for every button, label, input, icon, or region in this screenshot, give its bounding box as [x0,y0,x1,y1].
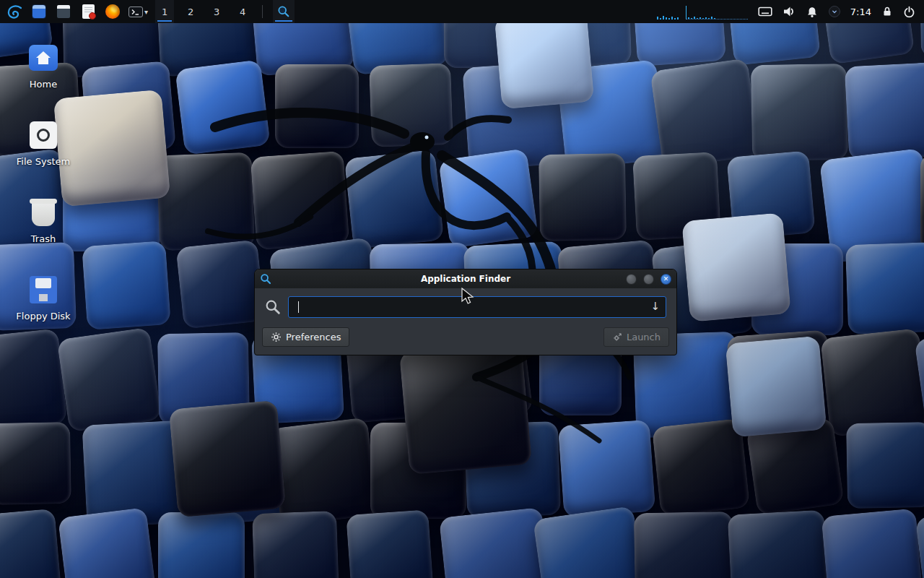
desktop-icon-home[interactable]: Home [12,42,75,90]
house-icon [35,50,52,66]
titlebar[interactable]: Application Finder ✕ [255,269,676,288]
firefox-launcher[interactable] [104,3,121,20]
wallpaper-cube [751,64,848,161]
wallpaper-cube [250,151,350,251]
wallpaper-cube [846,422,924,509]
maximize-button[interactable] [643,274,654,285]
cpu-graph-icon[interactable] [657,4,679,20]
launch-button[interactable]: Launch [603,327,669,347]
close-button[interactable]: ✕ [661,274,671,285]
wallpaper-cube [681,212,791,322]
wallpaper-cube [252,511,339,578]
wallpaper-cube [169,400,287,518]
desktop-icon-label: File System [12,156,75,167]
logout-power-icon[interactable] [903,6,915,18]
wallpaper-cube [346,509,434,578]
text-caret [298,301,299,313]
application-finder-task-icon [277,5,290,18]
wallpaper-cube [158,512,245,578]
chevron-down-icon: ▾ [144,8,148,16]
kali-menu-button[interactable] [6,3,23,20]
search-icon [265,299,281,315]
desktop-icon-label: Floppy Disk [12,311,75,322]
wallpaper-cube [634,512,734,578]
wallpaper-cube [0,328,68,433]
wallpaper-cube [175,59,271,155]
gear-icon [271,332,282,342]
launch-icon [612,332,622,342]
drive-icon [27,119,59,151]
desktop-icon-label: Home [12,79,75,90]
wallpaper-cube [728,510,829,578]
home-folder-icon [27,42,59,74]
wallpaper-cube [57,327,162,433]
panel-separator [262,5,263,18]
wallpaper-cube [369,63,453,147]
wallpaper-cube [58,507,157,578]
preferences-button[interactable]: Preferences [262,327,349,347]
workspace-2[interactable]: 2 [181,0,200,23]
application-finder-window: Application Finder ✕ ↓ Preferences [254,269,677,355]
wallpaper-cube [157,152,256,251]
dropdown-arrow-icon[interactable]: ↓ [650,300,660,313]
wallpaper-cube [533,506,647,578]
desktop-icon-label: Trash [12,233,75,244]
search-input[interactable] [288,296,666,318]
file-manager-launcher[interactable] [30,3,48,20]
wallpaper-cube [820,328,924,437]
wallpaper-cube [175,239,265,329]
desktop-icon-file-system[interactable]: File System [12,119,75,167]
keyboard-icon[interactable] [758,6,772,17]
volume-icon[interactable] [783,5,796,18]
launch-label: Launch [627,332,661,342]
clock[interactable]: 7:14 [850,7,871,17]
wallpaper-cube [920,154,924,255]
notifications-bell-icon[interactable] [806,6,819,18]
wallpaper-cube [344,150,444,249]
wallpaper-cube [539,153,627,241]
wallpaper-cube [82,241,171,330]
workspace-3[interactable]: 3 [207,0,226,23]
wallpaper-cube [821,509,924,578]
trash-can-icon [27,197,59,228]
lock-icon[interactable] [881,6,893,17]
files-icon [56,4,71,19]
wallpaper-cube [494,9,595,110]
floppy-disk-icon [27,274,59,306]
files-launcher[interactable] [55,3,72,20]
wallpaper-cube [845,242,924,335]
terminal-dropdown-button[interactable]: ▾ [128,7,148,17]
desktop-icon-trash[interactable]: Trash [12,197,75,244]
kali-logo-icon [6,3,23,20]
desktop-icon-floppy-disk[interactable]: Floppy Disk [12,274,75,322]
workspace-4[interactable]: 4 [233,0,252,23]
wallpaper-cube [652,418,750,517]
top-panel: ▾ 1 2 3 4 [0,0,924,23]
system-tray: 7:14 [755,5,918,18]
minimize-button[interactable] [626,274,637,285]
workspace-1[interactable]: 1 [155,0,174,23]
wallpaper-cube [275,64,359,148]
wallpaper-cube [399,342,532,475]
taskbar-application-finder[interactable] [273,0,295,23]
wallpaper-cube [0,509,62,578]
wallpaper-cube [558,420,656,518]
text-editor-launcher[interactable] [79,3,97,20]
wallpaper-cube [845,62,924,161]
network-icon[interactable] [829,6,840,17]
preferences-label: Preferences [286,332,341,342]
text-editor-icon [82,4,95,19]
wallpaper-cube [0,422,71,505]
wallpaper-cube [725,336,827,438]
file-manager-icon [32,4,46,19]
network-graph-icon[interactable] [686,4,748,20]
wallpaper-cube [269,417,379,527]
wallpaper-cube [438,148,539,249]
firefox-icon [105,4,120,19]
window-title: Application Finder [255,274,676,284]
terminal-icon [128,7,143,17]
